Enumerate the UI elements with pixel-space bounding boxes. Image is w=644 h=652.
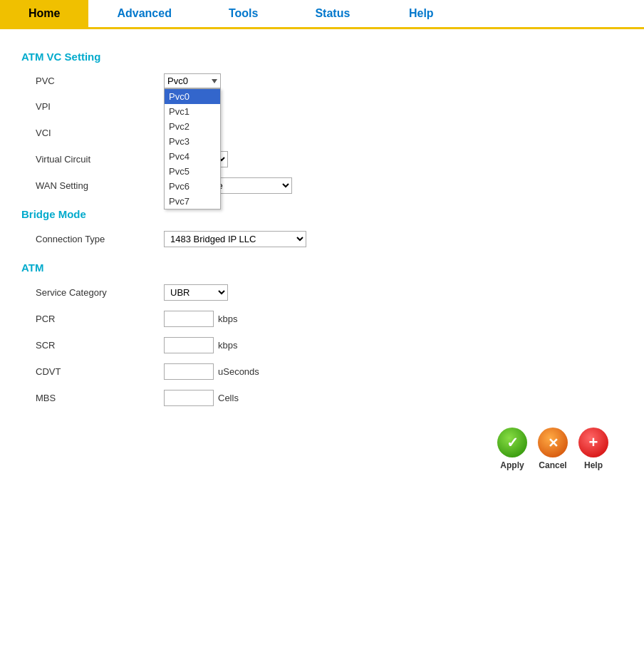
pvc-wrapper: Pvc0 Pvc0 Pvc1 Pvc2 Pvc3 Pvc4 Pvc5 Pvc6 … bbox=[164, 73, 221, 88]
x-icon bbox=[548, 433, 559, 452]
help-icon-circle bbox=[578, 428, 608, 457]
apply-icon-circle bbox=[497, 428, 527, 457]
navigation-bar: Home Advanced Tools Status Help bbox=[0, 0, 644, 29]
pvc-arrow-icon bbox=[212, 79, 217, 83]
vci-label: VCI bbox=[36, 128, 164, 138]
mbs-unit: Cells bbox=[218, 393, 239, 403]
service-category-select[interactable]: UBR CBR rt-VBR nrt-VBR bbox=[164, 284, 228, 301]
connection-type-select[interactable]: 1483 Bridged IP LLC 1483 Bridged IP VC-M… bbox=[164, 231, 306, 247]
bridge-mode-section: Bridge Mode Connection Type 1483 Bridged… bbox=[21, 208, 623, 247]
cdvt-label: CDVT bbox=[36, 366, 164, 377]
virtual-circuit-row: Virtual Circuit Enabled Disabled bbox=[36, 151, 623, 167]
cancel-icon-circle bbox=[538, 428, 568, 457]
cdvt-input[interactable] bbox=[164, 363, 214, 380]
pvc-option-2[interactable]: Pvc2 bbox=[165, 119, 220, 134]
pvc-option-6[interactable]: Pvc6 bbox=[165, 179, 220, 194]
apply-label: Apply bbox=[500, 460, 524, 470]
atm-section: ATM Service Category UBR CBR rt-VBR nrt-… bbox=[21, 262, 623, 406]
pvc-option-7[interactable]: Pvc7 bbox=[165, 194, 220, 209]
pvc-select-display[interactable]: Pvc0 bbox=[164, 73, 221, 88]
mbs-label: MBS bbox=[36, 393, 164, 403]
nav-status[interactable]: Status bbox=[286, 0, 378, 27]
pvc-dropdown: Pvc0 Pvc1 Pvc2 Pvc3 Pvc4 Pvc5 Pvc6 Pvc7 bbox=[164, 88, 221, 209]
atm-title: ATM bbox=[21, 262, 623, 274]
bridge-mode-title: Bridge Mode bbox=[21, 208, 623, 220]
pvc-option-1[interactable]: Pvc1 bbox=[165, 104, 220, 119]
pvc-option-5[interactable]: Pvc5 bbox=[165, 164, 220, 179]
service-category-row: Service Category UBR CBR rt-VBR nrt-VBR bbox=[36, 284, 623, 301]
pvc-option-3[interactable]: Pvc3 bbox=[165, 134, 220, 149]
cdvt-unit: uSeconds bbox=[218, 366, 259, 377]
pcr-label: PCR bbox=[36, 314, 164, 324]
connection-type-label: Connection Type bbox=[36, 234, 164, 244]
pvc-label: PVC bbox=[36, 76, 164, 86]
nav-advanced[interactable]: Advanced bbox=[88, 0, 199, 27]
help-button[interactable]: Help bbox=[578, 428, 608, 470]
virtual-circuit-label: Virtual Circuit bbox=[36, 154, 164, 165]
wan-setting-label: WAN Setting bbox=[36, 180, 164, 191]
mbs-row: MBS Cells bbox=[36, 390, 623, 406]
nav-help[interactable]: Help bbox=[378, 0, 464, 27]
vci-row: VCI bbox=[36, 125, 623, 141]
check-icon bbox=[507, 433, 519, 452]
pvc-selected-value: Pvc0 bbox=[167, 76, 188, 86]
scr-label: SCR bbox=[36, 340, 164, 351]
cdvt-row: CDVT uSeconds bbox=[36, 363, 623, 380]
nav-tools[interactable]: Tools bbox=[200, 0, 286, 27]
atm-vc-section-title: ATM VC Setting bbox=[21, 51, 623, 63]
wan-setting-row: WAN Setting Bridge Mode PPPoE IPoA MER bbox=[36, 177, 623, 194]
nav-home[interactable]: Home bbox=[0, 0, 88, 27]
pcr-unit: kbps bbox=[218, 314, 237, 324]
cancel-label: Cancel bbox=[539, 460, 566, 470]
vpi-label: VPI bbox=[36, 101, 164, 112]
pvc-option-0[interactable]: Pvc0 bbox=[165, 89, 220, 104]
pcr-row: PCR kbps bbox=[36, 311, 623, 327]
help-label: Help bbox=[584, 460, 603, 470]
pvc-option-4[interactable]: Pvc4 bbox=[165, 149, 220, 164]
service-category-label: Service Category bbox=[36, 287, 164, 298]
pcr-input[interactable] bbox=[164, 311, 214, 327]
connection-type-row: Connection Type 1483 Bridged IP LLC 1483… bbox=[36, 231, 623, 247]
button-row: Apply Cancel Help bbox=[21, 428, 623, 470]
plus-icon bbox=[589, 433, 598, 452]
apply-button[interactable]: Apply bbox=[497, 428, 527, 470]
scr-unit: kbps bbox=[218, 340, 237, 351]
cancel-button[interactable]: Cancel bbox=[538, 428, 568, 470]
vpi-row: VPI bbox=[36, 98, 623, 115]
scr-input[interactable] bbox=[164, 337, 214, 353]
pvc-row: PVC Pvc0 Pvc0 Pvc1 Pvc2 Pvc3 Pvc4 Pvc5 P… bbox=[36, 73, 623, 88]
scr-row: SCR kbps bbox=[36, 337, 623, 353]
main-content: ATM VC Setting PVC Pvc0 Pvc0 Pvc1 Pvc2 P… bbox=[0, 29, 644, 485]
mbs-input[interactable] bbox=[164, 390, 214, 406]
